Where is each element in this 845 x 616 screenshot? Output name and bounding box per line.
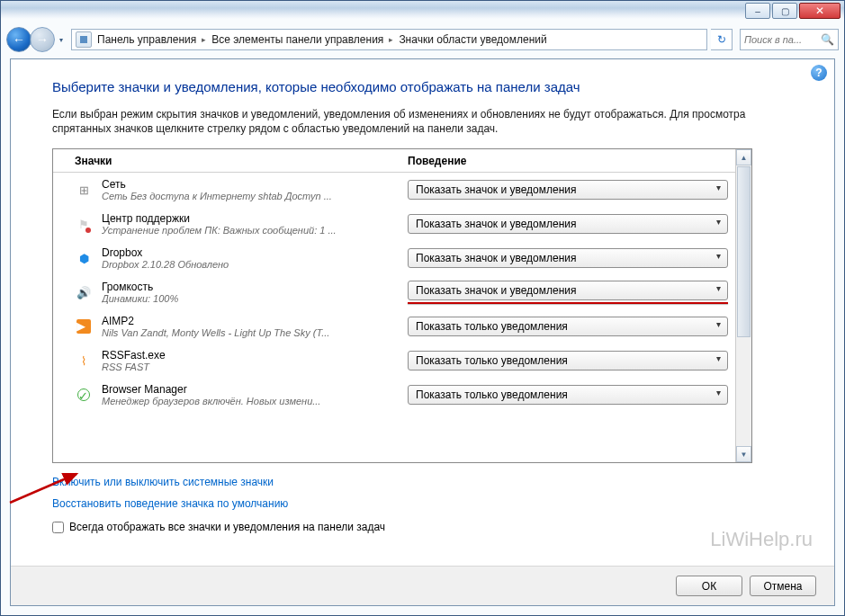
notification-icons-list: Значки Поведение ⊞СетьСеть Без доступа к… — [52, 148, 752, 463]
app-icon: ⬢ — [75, 249, 93, 267]
refresh-button[interactable]: ↻ — [711, 29, 733, 50]
list-item: ▶AIMP2Nils Van Zandt, Monty Wells - Ligh… — [53, 309, 735, 344]
navbar: ← → ▾ Панель управления▸ Все элементы па… — [6, 24, 839, 55]
behavior-select[interactable]: Показать значок и уведомления — [408, 214, 728, 234]
column-icons: Значки — [75, 155, 408, 167]
app-status: RSS FAST — [102, 362, 408, 372]
breadcrumb-item[interactable]: Панель управления — [97, 33, 196, 46]
minimize-button[interactable]: – — [745, 3, 770, 19]
help-icon[interactable]: ? — [811, 65, 827, 81]
app-status: Nils Van Zandt, Monty Wells - Light Up T… — [102, 327, 408, 338]
close-button[interactable]: ✕ — [799, 3, 841, 19]
list-item: ⊞СетьСеть Без доступа к Интернету shtab … — [53, 173, 735, 207]
list-item: ⌇RSSFast.exeRSS FASTПоказать только увед… — [53, 344, 735, 378]
search-box[interactable]: 🔍 — [740, 29, 839, 50]
list-item: 🔊ГромкостьДинамики: 100%Показать значок … — [53, 275, 735, 309]
always-show-checkbox[interactable] — [52, 522, 64, 533]
scroll-thumb[interactable] — [737, 166, 751, 337]
behavior-select[interactable]: Показать значок и уведомления — [408, 180, 728, 200]
app-icon: ▶ — [75, 317, 93, 335]
breadcrumb-item[interactable]: Все элементы панели управления — [211, 33, 383, 46]
behavior-select[interactable]: Показать только уведомления — [408, 385, 728, 405]
button-bar: ОК Отмена — [11, 566, 834, 605]
scroll-up-button[interactable]: ▲ — [736, 149, 751, 165]
page-description: Если выбран режим скрытия значков и увед… — [52, 107, 793, 136]
app-icon: 🔊 — [75, 283, 93, 301]
app-name: RSSFast.exe — [102, 349, 408, 362]
highlight-underline — [408, 302, 728, 304]
back-button[interactable]: ← — [6, 27, 31, 52]
app-status: Динамики: 100% — [102, 293, 408, 304]
app-status: Менеджер браузеров включён. Новых измени… — [102, 396, 408, 406]
app-name: Громкость — [102, 281, 408, 293]
search-icon[interactable]: 🔍 — [821, 33, 834, 46]
list-item: ⚑Центр поддержкиУстранение проблем ПК: В… — [53, 207, 735, 241]
app-icon: ⊞ — [75, 181, 93, 199]
scroll-down-button[interactable]: ▼ — [736, 446, 751, 462]
column-behavior: Поведение — [408, 155, 466, 167]
app-status: Dropbox 2.10.28 Обновлено — [102, 259, 408, 270]
app-icon: ⚑ — [75, 215, 93, 233]
chevron-right-icon[interactable]: ▸ — [383, 35, 399, 44]
list-item: ⬢DropboxDropbox 2.10.28 ОбновленоПоказат… — [53, 241, 735, 275]
titlebar: – ▢ ✕ — [1, 1, 844, 24]
address-bar[interactable]: Панель управления▸ Все элементы панели у… — [71, 29, 707, 50]
app-status: Устранение проблем ПК: Важных сообщений:… — [102, 225, 408, 236]
app-name: Центр поддержки — [102, 212, 408, 225]
always-show-label: Всегда отображать все значки и уведомлен… — [69, 521, 385, 533]
list-header: Значки Поведение — [53, 149, 735, 173]
breadcrumb-item[interactable]: Значки области уведомлений — [399, 33, 546, 46]
scrollbar[interactable]: ▲ ▼ — [735, 149, 751, 462]
app-name: Сеть — [102, 178, 408, 191]
app-name: AIMP2 — [102, 315, 408, 327]
chevron-right-icon[interactable]: ▸ — [196, 35, 211, 44]
app-name: Browser Manager — [102, 383, 408, 396]
app-name: Dropbox — [102, 246, 408, 259]
svg-rect-0 — [80, 36, 87, 43]
maximize-button[interactable]: ▢ — [772, 3, 797, 19]
behavior-select[interactable]: Показать только уведомления — [408, 317, 728, 336]
window: – ▢ ✕ ← → ▾ Панель управления▸ Все элеме… — [0, 0, 845, 616]
behavior-select[interactable]: Показать только уведомления — [408, 351, 728, 370]
system-icons-link[interactable]: Включить или выключить системные значки — [52, 476, 793, 488]
search-input[interactable] — [744, 34, 816, 45]
content-pane: ? Выберите значки и уведомления, которые… — [10, 58, 835, 606]
behavior-select[interactable]: Показать значок и уведомления — [408, 248, 728, 268]
app-icon: ✓ — [75, 386, 93, 404]
history-dropdown-icon[interactable]: ▾ — [55, 31, 67, 48]
app-icon: ⌇ — [75, 352, 93, 370]
ok-button[interactable]: ОК — [676, 576, 742, 596]
restore-default-link[interactable]: Восстановить поведение значка по умолчан… — [52, 497, 793, 510]
list-item: ✓Browser ManagerМенеджер браузеров включ… — [53, 378, 735, 412]
behavior-select[interactable]: Показать значок и уведомления — [408, 281, 728, 300]
watermark: LiWiHelp.ru — [710, 528, 813, 551]
forward-button[interactable]: → — [30, 27, 55, 52]
scroll-track[interactable] — [736, 338, 751, 446]
cancel-button[interactable]: Отмена — [750, 576, 816, 596]
app-status: Сеть Без доступа к Интернету shtab Досту… — [102, 191, 408, 201]
control-panel-icon — [76, 31, 92, 48]
page-title: Выберите значки и уведомления, которые н… — [52, 79, 793, 94]
